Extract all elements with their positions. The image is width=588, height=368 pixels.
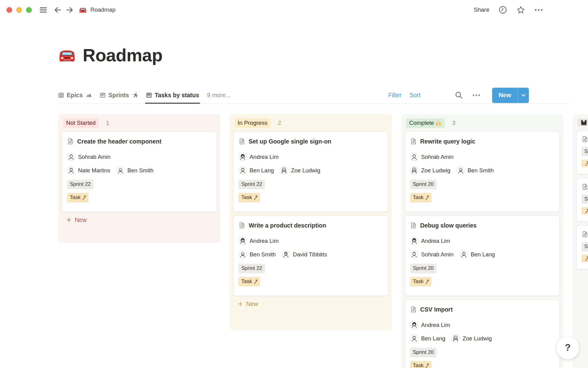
task-card[interactable]: S xyxy=(576,178,588,222)
forward-icon[interactable] xyxy=(66,6,74,14)
task-type-tag: Task xyxy=(239,193,260,202)
avatar xyxy=(280,166,288,174)
assignee: Andrea Lim xyxy=(410,237,450,245)
add-card-button[interactable]: New xyxy=(230,296,392,313)
plus-icon xyxy=(238,301,243,306)
car-emoji-icon xyxy=(79,6,87,14)
task-card[interactable]: Create the header component Sohrab Amin … xyxy=(62,132,217,212)
avatar xyxy=(239,166,247,174)
assignee: Sohrab Amin xyxy=(410,250,454,259)
task-card[interactable]: Rewrite query logic Sohrab Amin Zoe Ludw… xyxy=(405,132,560,212)
assignee: Andrea Lim xyxy=(239,153,279,161)
assignee: Ben Smith xyxy=(457,166,494,174)
task-type-tag: Task xyxy=(239,277,260,286)
card-title: Write a product description xyxy=(249,221,326,229)
hammer-icon xyxy=(584,256,588,261)
back-icon[interactable] xyxy=(54,6,62,14)
view-tabs: Epics Sprints Tasks by status xyxy=(58,87,199,103)
tab-tasks-by-status[interactable]: Tasks by status xyxy=(146,87,199,103)
view-tabbar: Epics Sprints Tasks by status 9 more... … xyxy=(58,87,569,104)
updates-clock-icon[interactable] xyxy=(499,6,507,14)
column-header: Not Started 1 xyxy=(58,114,221,132)
status-badge[interactable]: Not Started xyxy=(63,118,99,128)
assignee: Ben Lang xyxy=(410,334,445,343)
breadcrumb[interactable]: Roadmap xyxy=(79,6,115,14)
assignee: Andrea Lim xyxy=(239,237,279,245)
assignee: Zoe Ludwig xyxy=(280,166,320,174)
view-controls: Filter Sort New xyxy=(388,88,529,103)
status-badge[interactable]: In Progress xyxy=(235,118,270,128)
sprint-tag: Sprint 22 xyxy=(239,264,265,273)
zoom-window-button[interactable] xyxy=(26,7,32,13)
task-type-tag xyxy=(582,255,588,262)
board-column-complete: Complete 3 Rewrite query logic Sohrab Am… xyxy=(401,114,564,368)
assignee: Ben Smith xyxy=(116,166,153,174)
board-column-partial: S S S xyxy=(573,114,588,368)
new-button-label[interactable]: New xyxy=(492,88,518,103)
traffic-lights xyxy=(6,7,32,13)
tab-epics[interactable]: Epics xyxy=(58,87,92,103)
sprint-tag: Sprint 22 xyxy=(239,180,265,189)
hammer-icon xyxy=(81,195,87,200)
page-icon xyxy=(239,222,245,229)
new-dropdown-button[interactable] xyxy=(518,88,529,103)
card-title: Create the header component xyxy=(77,137,161,145)
avatar xyxy=(67,166,75,174)
status-badge[interactable] xyxy=(578,118,588,127)
assignee: Andrea Lim xyxy=(410,321,450,329)
close-window-button[interactable] xyxy=(6,7,12,13)
task-card[interactable]: Debug slow queries Andrea Lim Sohrab Ami… xyxy=(405,216,560,296)
task-card[interactable]: Write a product description Andrea Lim B… xyxy=(233,216,388,296)
search-icon[interactable] xyxy=(455,91,463,99)
filter-button[interactable]: Filter xyxy=(388,92,401,99)
avatar xyxy=(457,166,465,174)
assignee: Ben Smith xyxy=(239,250,276,259)
favorite-star-icon[interactable] xyxy=(516,6,525,14)
avatar xyxy=(410,250,418,259)
help-button[interactable]: ? xyxy=(556,336,579,359)
view-options-icon[interactable] xyxy=(472,94,481,97)
sprint-tag: Sprint 20 xyxy=(410,180,436,189)
task-card[interactable]: S xyxy=(576,130,588,174)
inbox-tray-icon xyxy=(581,119,587,126)
add-card-button[interactable]: New xyxy=(58,212,221,229)
card-title: Debug slow queries xyxy=(420,221,477,229)
page-icon xyxy=(67,138,74,145)
tab-sprints[interactable]: Sprints xyxy=(100,87,138,103)
task-type-tag xyxy=(582,207,588,215)
sprint-tag: Sprint 20 xyxy=(410,348,436,357)
car-emoji-icon[interactable] xyxy=(58,46,77,65)
hammer-icon xyxy=(424,363,430,368)
page-title-text[interactable]: Roadmap xyxy=(83,45,163,65)
share-button[interactable]: Share xyxy=(474,6,489,13)
board-column-not-started: Not Started 1 Create the header componen… xyxy=(58,114,221,243)
task-card[interactable]: CSV Import Andrea Lim Ben Lang Zoe xyxy=(405,300,560,368)
new-button[interactable]: New xyxy=(492,88,529,103)
avatar xyxy=(410,321,418,329)
page-title: Roadmap xyxy=(58,45,163,65)
avatar xyxy=(67,153,75,161)
raised-hands-icon xyxy=(435,120,442,126)
column-header xyxy=(573,114,588,130)
sprint-tag: S xyxy=(582,147,588,156)
task-card[interactable]: S xyxy=(576,225,588,269)
minimize-window-button[interactable] xyxy=(16,7,22,13)
hammer-icon xyxy=(424,195,430,200)
more-views-button[interactable]: 9 more... xyxy=(207,92,231,99)
column-count: 1 xyxy=(106,120,109,126)
status-badge[interactable]: Complete xyxy=(406,118,445,128)
hammer-icon xyxy=(584,161,588,166)
avatar xyxy=(239,237,247,245)
task-type-tag: Task xyxy=(410,361,432,368)
avatar xyxy=(239,250,247,259)
task-type-tag: Task xyxy=(67,193,89,202)
hammer-icon xyxy=(424,279,430,284)
sort-button[interactable]: Sort xyxy=(409,92,420,99)
sidebar-menu-icon[interactable] xyxy=(39,6,47,14)
more-options-icon[interactable] xyxy=(534,9,543,11)
page-icon xyxy=(410,306,417,313)
sprint-tag: S xyxy=(582,242,588,251)
assignee: Ben Lang xyxy=(460,250,495,259)
task-card[interactable]: Set up Google single sign-on Andrea Lim … xyxy=(233,132,388,212)
assignee: Zoe Ludwig xyxy=(451,334,492,343)
